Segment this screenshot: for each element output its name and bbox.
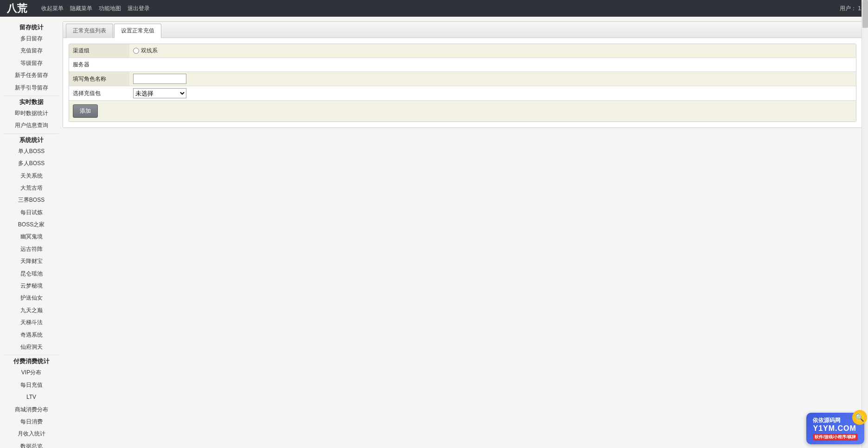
sidebar-item[interactable]: 每日充值 [0, 379, 63, 391]
main-panel: 正常充值列表 设置正常充值 渠道组 双线系 [63, 21, 862, 128]
sidebar-item[interactable]: 多人BOSS [0, 157, 63, 169]
tabs: 正常充值列表 设置正常充值 [63, 22, 862, 38]
row-package: 选择充值包 未选择 [69, 86, 856, 101]
sidebar-item[interactable]: 每日试炼 [0, 206, 63, 218]
sidebar-item[interactable]: BOSS之家 [0, 218, 63, 230]
sidebar-item[interactable]: 护送仙女 [0, 292, 63, 304]
sidebar-item[interactable]: 新手任务留存 [0, 69, 63, 81]
sidebar-item[interactable]: 新手引导留存 [0, 82, 63, 94]
topbar-link-collapse[interactable]: 收起菜单 [41, 5, 64, 13]
input-role-name[interactable] [133, 74, 186, 84]
field-package: 未选择 [129, 86, 856, 100]
topbar: 八荒 收起菜单 隐藏菜单 功能地图 退出登录 用户： 1 [0, 0, 868, 17]
sidebar-item[interactable]: LTV [0, 391, 63, 403]
sidebar-item[interactable]: 月收入统计 [0, 428, 63, 440]
sidebar-title: 留存统计 [4, 21, 59, 32]
sidebar-group: 留存统计多日留存充值留存等级留存新手任务留存新手引导留存 [0, 21, 63, 94]
user-value: 1 [858, 5, 861, 12]
sidebar-item[interactable]: 幽冥鬼境 [0, 230, 63, 243]
label-package: 选择充值包 [69, 86, 129, 100]
sidebar-group: 实时数据即时数据统计用户信息查询 [0, 96, 63, 132]
sidebar-item[interactable]: 天梯斗法 [0, 316, 63, 328]
field-role-name [129, 72, 856, 86]
sidebar-item[interactable]: 昆仑瑶池 [0, 268, 63, 280]
topbar-user: 用户： 1 [840, 5, 861, 13]
sidebar-item[interactable]: 大荒古塔 [0, 182, 63, 194]
sidebar-item[interactable]: 九天之巅 [0, 304, 63, 316]
label-server: 服务器 [69, 58, 129, 71]
row-role-name: 填写角色名称 [69, 72, 856, 86]
sidebar-item[interactable]: 仙府洞天 [0, 341, 63, 353]
sidebar-item[interactable]: 单人BOSS [0, 145, 63, 157]
sidebar-item[interactable]: 用户信息查询 [0, 119, 63, 131]
radio-dual-line-label: 双线系 [141, 47, 158, 55]
sidebar-item[interactable]: 奇遇系统 [0, 329, 63, 341]
add-button[interactable]: 添加 [73, 104, 98, 118]
radio-dual-line-input[interactable] [133, 48, 139, 54]
sidebar-item[interactable]: 云梦秘境 [0, 280, 63, 292]
sidebar-item[interactable]: 远古符阵 [0, 243, 63, 255]
sidebar-item[interactable]: 充值留存 [0, 45, 63, 57]
field-channel-group: 双线系 [129, 45, 856, 57]
sidebar-title: 实时数据 [4, 96, 59, 107]
sidebar-item[interactable]: 天关系统 [0, 170, 63, 182]
sidebar-item[interactable]: VIP分布 [0, 366, 63, 378]
topbar-link-hide[interactable]: 隐藏菜单 [70, 5, 92, 13]
panel-body: 渠道组 双线系 服务器 填写角色名称 [63, 38, 862, 128]
label-role-name: 填写角色名称 [69, 72, 129, 86]
sidebar-item[interactable]: 即时数据统计 [0, 107, 63, 119]
scrollbar-thumb[interactable] [862, 0, 868, 28]
sidebar: 留存统计多日留存充值留存等级留存新手任务留存新手引导留存实时数据即时数据统计用户… [0, 17, 63, 448]
sidebar-item[interactable]: 多日留存 [0, 32, 63, 45]
field-server [129, 63, 856, 67]
topbar-links: 收起菜单 隐藏菜单 功能地图 退出登录 [41, 5, 150, 13]
sidebar-item[interactable]: 数据总览 [0, 440, 63, 448]
brand-logo: 八荒 [7, 1, 27, 15]
topbar-link-logout[interactable]: 退出登录 [128, 5, 150, 13]
topbar-link-map[interactable]: 功能地图 [99, 5, 121, 13]
tab-set-recharge[interactable]: 设置正常充值 [114, 24, 161, 38]
label-channel-group: 渠道组 [69, 44, 129, 58]
scrollbar[interactable] [862, 0, 868, 448]
select-package[interactable]: 未选择 [133, 88, 186, 98]
form: 渠道组 双线系 服务器 填写角色名称 [69, 44, 856, 122]
sidebar-title: 付费消费统计 [4, 355, 59, 366]
sidebar-group: 付费消费统计VIP分布每日充值LTV商城消费分布每日消费月收入统计数据总览单服汇… [0, 355, 63, 448]
sidebar-item[interactable]: 三界BOSS [0, 194, 63, 206]
tab-recharge-list[interactable]: 正常充值列表 [66, 24, 113, 38]
sidebar-item[interactable]: 天降财宝 [0, 255, 63, 267]
sidebar-item[interactable]: 每日消费 [0, 416, 63, 428]
radio-dual-line[interactable]: 双线系 [133, 47, 158, 55]
content-area: 正常充值列表 设置正常充值 渠道组 双线系 [63, 17, 868, 448]
row-server: 服务器 [69, 58, 856, 72]
sidebar-item[interactable]: 商城消费分布 [0, 403, 63, 416]
row-channel-group: 渠道组 双线系 [69, 44, 856, 58]
row-submit: 添加 [69, 101, 856, 122]
sidebar-item[interactable]: 等级留存 [0, 57, 63, 69]
sidebar-title: 系统统计 [4, 134, 59, 145]
user-label: 用户： [840, 5, 856, 12]
sidebar-group: 系统统计单人BOSS多人BOSS天关系统大荒古塔三界BOSS每日试炼BOSS之家… [0, 134, 63, 353]
